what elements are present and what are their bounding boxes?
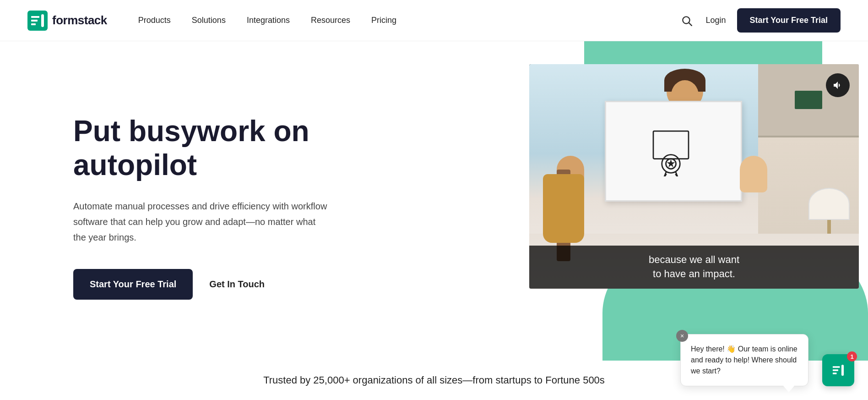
trusted-text: Trusted by 25,000+ organizations of all … (263, 374, 605, 386)
subtitle-line2: to have an impact. (653, 268, 735, 279)
login-link[interactable]: Login (706, 16, 726, 25)
svg-line-6 (689, 22, 691, 25)
shelf-plant (795, 91, 822, 109)
svg-rect-2 (31, 20, 38, 22)
header-right: Login Start Your Free Trial (678, 8, 841, 33)
chat-bubble-text: Hey there! 👋 Our team is online and read… (691, 345, 797, 375)
nav-item-integrations[interactable]: Integrations (239, 12, 298, 29)
video-sign (605, 101, 742, 202)
hero-title: Put busywork on autopilot (73, 115, 330, 182)
video-player[interactable]: because we all want to have an impact. (529, 64, 859, 289)
chat-widget: × Hey there! 👋 Our team is online and re… (680, 334, 808, 386)
coat-on-rack (543, 174, 584, 243)
logo-text: formstack (52, 13, 107, 27)
main-nav: Products Solutions Integrations Resource… (130, 12, 678, 29)
header-trial-button[interactable]: Start Your Free Trial (737, 8, 841, 33)
svg-rect-16 (833, 366, 840, 367)
video-subtitle: because we all want to have an impact. (529, 246, 859, 289)
hero-subtitle: Automate manual processes and drive effi… (73, 198, 330, 245)
site-header: formstack Products Solutions Integration… (0, 0, 868, 41)
hero-trial-button[interactable]: Start Your Free Trial (73, 269, 193, 300)
certificate-icon (648, 126, 699, 176)
logo-icon (27, 11, 48, 31)
chat-badge: 1 (847, 351, 857, 362)
svg-rect-19 (841, 365, 844, 376)
nav-item-pricing[interactable]: Pricing (363, 12, 405, 29)
subtitle-line1: because we all want (649, 254, 739, 265)
svg-rect-4 (41, 14, 44, 27)
svg-rect-1 (31, 16, 39, 18)
chat-icon-button[interactable]: 1 (822, 354, 854, 386)
chat-close-button[interactable]: × (676, 330, 688, 342)
svg-rect-3 (31, 23, 36, 25)
hero-content: Put busywork on autopilot Automate manua… (0, 41, 330, 400)
search-button[interactable] (678, 12, 695, 29)
search-icon (681, 15, 693, 27)
hero-buttons: Start Your Free Trial Get In Touch (73, 269, 330, 300)
mute-icon (832, 80, 843, 91)
svg-marker-14 (667, 159, 675, 168)
chat-formstack-icon (830, 362, 847, 379)
hand-right (740, 156, 767, 192)
nav-item-solutions[interactable]: Solutions (184, 12, 234, 29)
get-in-touch-link[interactable]: Get In Touch (209, 279, 265, 290)
svg-rect-17 (833, 369, 838, 371)
video-mute-button[interactable] (826, 73, 850, 97)
nav-item-products[interactable]: Products (130, 12, 179, 29)
logo-link[interactable]: formstack (27, 11, 107, 31)
nav-item-resources[interactable]: Resources (303, 12, 358, 29)
chat-bubble-arrow (783, 386, 794, 392)
hero-video-area: because we all want to have an impact. (529, 64, 868, 289)
svg-rect-18 (833, 373, 837, 374)
chat-bubble: × Hey there! 👋 Our team is online and re… (680, 334, 808, 386)
